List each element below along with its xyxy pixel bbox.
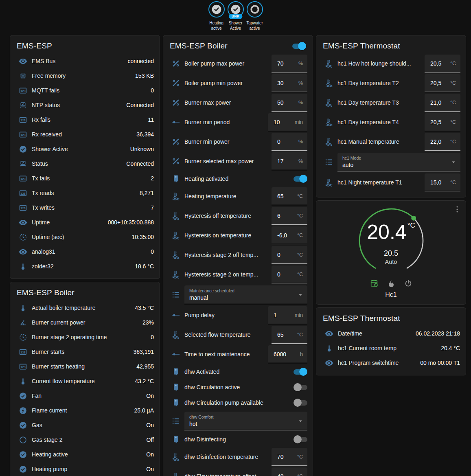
control-row[interactable]: dhw Circulation active xyxy=(163,379,313,395)
control-row[interactable]: dhw Disinfection temperature70°C xyxy=(163,447,313,467)
badge-circle[interactable] xyxy=(208,1,225,18)
number-input[interactable]: 20,5°C xyxy=(425,74,460,92)
entity-row[interactable]: 123Burner starts363,191 xyxy=(10,344,160,359)
control-row[interactable]: dhw Comforthot xyxy=(163,410,313,432)
control-row[interactable]: Burner max power50% xyxy=(163,93,313,112)
more-menu-button[interactable] xyxy=(453,205,462,214)
control-row[interactable]: hc1 Modeauto xyxy=(316,151,466,173)
calendar-clock-icon[interactable] xyxy=(370,279,379,288)
control-row[interactable]: Hysteresis stage 2 on temp...0°C xyxy=(163,265,313,284)
number-input[interactable]: 70°C xyxy=(272,448,307,466)
control-row[interactable]: hc1 Day temperature T220,5°C xyxy=(316,73,466,93)
entity-row[interactable]: Heating activeOn xyxy=(10,447,160,462)
control-row[interactable]: Burner min power0% xyxy=(163,132,313,151)
entity-row[interactable]: 123Tx fails2 xyxy=(10,171,160,186)
toggle-switch[interactable] xyxy=(294,400,307,406)
entity-row[interactable]: hc1 Current room temp20.4 °C xyxy=(316,341,466,355)
control-row[interactable]: dhw Flow temperature offset40°C xyxy=(163,467,313,476)
control-row[interactable]: hc1 Night temperature T115,0°C xyxy=(316,173,466,192)
entity-row[interactable]: Gas stage 2Off xyxy=(10,432,160,447)
badge-circle[interactable] xyxy=(247,1,263,18)
control-row[interactable]: Time to next maintenance6000h xyxy=(163,344,313,364)
entity-row[interactable]: Burner stage 2 operating time0 xyxy=(10,330,160,344)
entity-row[interactable]: 123Rx fails11 xyxy=(10,112,160,127)
entity-row[interactable]: zolder3218.6 °C xyxy=(10,259,160,274)
entity-row[interactable]: GasOn xyxy=(10,418,160,432)
control-row[interactable]: Hysteresis on temperature-6,0°C xyxy=(163,226,313,245)
entity-row[interactable]: 123Rx received36,394 xyxy=(10,127,160,142)
control-row[interactable]: hc1 How hot lounge should...20,5°C xyxy=(316,54,466,73)
number-input[interactable]: 0% xyxy=(272,133,307,151)
select-input[interactable]: Maintenance scheduledmanual xyxy=(184,285,307,304)
control-row[interactable]: Boiler pump min power30% xyxy=(163,73,313,93)
number-input[interactable]: 0°C xyxy=(272,246,307,264)
control-row[interactable]: hc1 Manual temperature22,0°C xyxy=(316,132,466,151)
entity-row[interactable]: NTP statusConnected xyxy=(10,98,160,112)
toggle-switch[interactable] xyxy=(294,437,307,442)
number-input[interactable]: 21,0°C xyxy=(425,94,460,112)
entity-row[interactable]: Heating pumpOn xyxy=(10,462,160,476)
number-input[interactable]: 65°C xyxy=(272,187,307,205)
control-row[interactable]: hc1 Day temperature T321,0°C xyxy=(316,93,466,112)
control-row[interactable]: Burner min period10min xyxy=(163,112,313,132)
number-input[interactable]: 65°C xyxy=(272,326,307,344)
thermostat-dial[interactable]: 20.4°C 20.5 Auto xyxy=(355,205,428,273)
entity-row[interactable]: Current flow temperature43.2 °C xyxy=(10,374,160,388)
number-input[interactable]: 20,5°C xyxy=(425,113,460,131)
entity-row[interactable]: 123Tx writes7 xyxy=(10,200,160,215)
number-input[interactable]: 50% xyxy=(272,94,307,112)
control-row[interactable]: Hysteresis stage 2 off temp...0°C xyxy=(163,245,313,265)
number-input[interactable]: 20,5°C xyxy=(425,55,460,72)
badge-tapwater-active[interactable]: Tapwater active xyxy=(245,1,264,31)
badge-circle[interactable]: UNK xyxy=(228,1,244,18)
control-row[interactable]: Maintenance scheduledmanual xyxy=(163,284,313,305)
control-row[interactable]: Pump delay1min xyxy=(163,305,313,325)
control-row[interactable]: dhw Circulation pump available xyxy=(163,395,313,410)
control-row[interactable]: Hysteresis off temperature6°C xyxy=(163,206,313,226)
entity-row[interactable]: FanOn xyxy=(10,388,160,403)
entity-row[interactable]: EMS Busconnected xyxy=(10,54,160,68)
number-input[interactable]: 40°C xyxy=(272,467,307,476)
number-input[interactable]: 15,0°C xyxy=(425,173,460,191)
control-row[interactable]: dhw Activated xyxy=(163,364,313,379)
entity-row[interactable]: hc1 Program switchtime00 mo 00:00 T1 xyxy=(316,355,466,370)
number-input[interactable]: 6000h xyxy=(268,345,307,363)
entity-row[interactable]: analog310 xyxy=(10,244,160,259)
number-input[interactable]: 70% xyxy=(272,55,307,72)
power-icon[interactable] xyxy=(404,279,413,288)
entity-row[interactable]: 123MQTT fails0 xyxy=(10,83,160,98)
entity-row[interactable]: Uptime000+10:35:00.888 xyxy=(10,215,160,230)
number-input[interactable]: -6,0°C xyxy=(272,226,307,244)
control-row[interactable]: hc1 Day temperature T420,5°C xyxy=(316,112,466,132)
control-row[interactable]: dhw Disinfecting xyxy=(163,432,313,447)
control-row[interactable]: Selected flow temperature65°C xyxy=(163,325,313,344)
number-input[interactable]: 22,0°C xyxy=(425,133,460,151)
entity-row[interactable]: Free memory153 KB xyxy=(10,68,160,83)
toggle-switch[interactable] xyxy=(294,176,307,182)
number-input[interactable]: 10min xyxy=(268,113,307,131)
number-input[interactable]: 6°C xyxy=(272,207,307,225)
entity-row[interactable]: Date/time06.02.2023 21:18 xyxy=(316,326,466,341)
entity-row[interactable]: Shower ActiveUnknown xyxy=(10,142,160,156)
control-row[interactable]: Heating activated xyxy=(163,171,313,186)
toggle-switch[interactable] xyxy=(294,369,307,375)
number-input[interactable]: 17% xyxy=(272,152,307,170)
number-input[interactable]: 1min xyxy=(268,306,307,324)
select-input[interactable]: dhw Comforthot xyxy=(184,412,307,430)
control-row[interactable]: Heating temperature65°C xyxy=(163,186,313,206)
entity-row[interactable]: Burner current power23% xyxy=(10,315,160,330)
card-toggle-switch[interactable] xyxy=(292,44,306,49)
entity-row[interactable]: 123Burner starts heating42,955 xyxy=(10,359,160,374)
entity-row[interactable]: Actual boiler temperature43.5 °C xyxy=(10,301,160,315)
entity-row[interactable]: 123Tx reads8,271 xyxy=(10,186,160,200)
control-row[interactable]: Boiler pump max power70% xyxy=(163,54,313,73)
badge-shower-active[interactable]: UNK Shower Active xyxy=(226,1,245,31)
entity-row[interactable]: StatusConnected xyxy=(10,156,160,171)
entity-row[interactable]: Flame current25.0 µA xyxy=(10,403,160,418)
select-input[interactable]: hc1 Modeauto xyxy=(337,153,460,171)
number-input[interactable]: 0°C xyxy=(272,265,307,283)
number-input[interactable]: 30% xyxy=(272,74,307,92)
toggle-switch[interactable] xyxy=(294,385,307,390)
entity-row[interactable]: Uptime (sec)10:35:00 xyxy=(10,230,160,244)
fire-icon[interactable] xyxy=(387,279,396,288)
